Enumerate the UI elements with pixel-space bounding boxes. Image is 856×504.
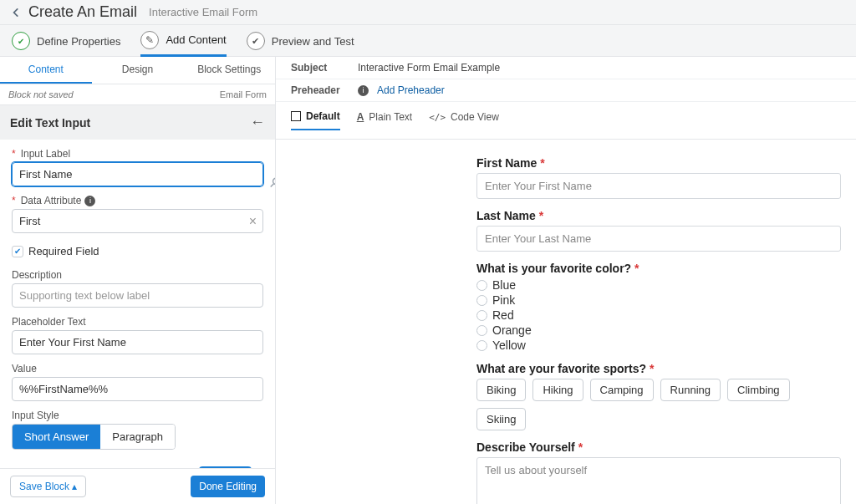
radio-item[interactable]: Orange: [476, 323, 841, 337]
info-icon: i: [358, 85, 369, 96]
layout-icon: [291, 111, 301, 121]
pill-option[interactable]: Running: [660, 379, 721, 401]
add-preheader-link[interactable]: Add Preheader: [377, 84, 445, 96]
radio-icon: [476, 325, 487, 336]
done-editing-button[interactable]: Done Editing: [191, 476, 265, 497]
page-subtitle: Interactive Email Form: [149, 6, 257, 18]
preview-last-name: Last Name * Enter Your Last Name: [476, 209, 841, 252]
radio-icon: [476, 280, 487, 291]
preview-describe-textarea[interactable]: Tell us about yourself: [476, 457, 841, 504]
pill-row: Biking Hiking Camping Running Climbing S…: [476, 379, 841, 430]
wizard-steps: Define Properties Add Content Preview an…: [0, 25, 856, 57]
preview-favorite-color: What is your favorite color? * Blue Pink…: [476, 262, 841, 352]
wizard-step-label: Preview and Test: [272, 35, 354, 48]
pill-option[interactable]: Camping: [590, 379, 654, 401]
check-circle-outline-icon: [247, 32, 265, 50]
pill-option[interactable]: Skiing: [476, 408, 526, 430]
seg-short-answer[interactable]: Short Answer: [13, 425, 100, 449]
data-attribute-input[interactable]: First: [12, 209, 263, 233]
block-type-label: Email Form: [220, 89, 267, 99]
panel-body: *Input Label First Name ⚲ *Data Attribut…: [0, 140, 275, 468]
checkbox-icon[interactable]: ✔: [12, 246, 23, 257]
subject-value[interactable]: Interactive Form Email Example: [358, 62, 500, 74]
preview-describe-yourself: Describe Yourself * Tell us about yourse…: [476, 440, 841, 504]
left-footer: Save Block ▴ Done Editing: [0, 468, 275, 504]
preheader-row: Preheader i Add Preheader: [276, 79, 856, 102]
input-label-input[interactable]: First Name: [12, 162, 263, 186]
description-input[interactable]: Supporting text below label: [12, 283, 263, 308]
view-tabs: Default A Plain Text </> Code View: [276, 102, 856, 140]
field-input-style: Input Style Short Answer Paragraph: [12, 410, 263, 450]
clear-icon[interactable]: ×: [249, 214, 257, 229]
preview-label: Describe Yourself *: [476, 440, 841, 454]
field-label: *Data Attributei: [12, 195, 263, 206]
subject-label: Subject: [291, 62, 358, 74]
required-field-label: Required Field: [28, 245, 99, 257]
radio-item[interactable]: Pink: [476, 293, 841, 307]
panel-title: Edit Text Input: [10, 116, 90, 130]
preview-last-name-input[interactable]: Enter Your Last Name: [476, 226, 841, 252]
pill-option[interactable]: Biking: [476, 379, 526, 401]
wizard-step-preview[interactable]: Preview and Test: [247, 32, 354, 55]
email-preview: First Name * Enter Your First Name Last …: [276, 140, 856, 504]
radio-item[interactable]: Blue: [476, 278, 841, 292]
wizard-step-content[interactable]: Add Content: [140, 31, 226, 57]
field-label: Placeholder Text: [12, 316, 263, 328]
wizard-step-label: Add Content: [166, 33, 226, 46]
wizard-step-label: Define Properties: [37, 35, 120, 48]
preview-favorite-sports: What are your favorite sports? * Biking …: [476, 362, 841, 430]
radio-icon: [476, 310, 487, 321]
field-label: Input Style: [12, 410, 263, 421]
pill-option[interactable]: Hiking: [532, 379, 583, 401]
right-panel: Subject Interactive Form Email Example P…: [276, 57, 856, 504]
seg-paragraph[interactable]: Paragraph: [100, 425, 175, 449]
preview-label: Last Name *: [476, 209, 841, 222]
placeholder-text-input[interactable]: Enter Your First Name: [12, 330, 263, 354]
preview-label: What are your favorite sports? *: [476, 362, 841, 375]
page-header: Create An Email Interactive Email Form: [0, 0, 856, 25]
info-icon: i: [84, 196, 95, 206]
field-description: Description Supporting text below label: [12, 269, 263, 308]
tab-default[interactable]: Default: [291, 110, 340, 130]
tab-code-view[interactable]: </> Code View: [429, 110, 499, 130]
panel-header: Edit Text Input ←: [0, 105, 275, 140]
preview-label: First Name *: [476, 156, 841, 170]
field-value: Value %%FirstName%%: [12, 363, 263, 401]
radio-icon: [476, 340, 487, 351]
block-status-bar: Block not saved Email Form: [0, 84, 275, 105]
page-title: Create An Email: [28, 3, 137, 21]
field-input-label: *Input Label First Name: [12, 148, 263, 186]
radio-item[interactable]: Red: [476, 308, 841, 322]
radio-list: Blue Pink Red Orange Yellow: [476, 278, 841, 352]
code-icon: </>: [429, 112, 446, 123]
left-tabs: Content Design Block Settings: [0, 57, 275, 84]
radio-item[interactable]: Yellow: [476, 339, 841, 352]
subject-row: Subject Interactive Form Email Example: [276, 57, 856, 79]
left-panel: Content Design Block Settings Block not …: [0, 57, 276, 504]
save-block-button[interactable]: Save Block ▴: [10, 476, 86, 497]
field-placeholder-text: Placeholder Text Enter Your First Name: [12, 316, 263, 354]
field-label: Description: [12, 269, 263, 281]
value-input[interactable]: %%FirstName%%: [12, 377, 263, 401]
field-data-attribute: *Data Attributei First ×: [12, 195, 263, 233]
preheader-label: Preheader: [291, 84, 358, 96]
required-field-row[interactable]: ✔ Required Field: [12, 242, 263, 261]
preview-label: What is your favorite color? *: [476, 262, 841, 275]
wizard-step-define[interactable]: Define Properties: [12, 32, 120, 55]
radio-icon: [476, 295, 487, 306]
input-style-segmented: Short Answer Paragraph: [12, 424, 176, 450]
preview-first-name-input[interactable]: Enter Your First Name: [476, 173, 841, 199]
field-label: Value: [12, 363, 263, 374]
block-status-text: Block not saved: [8, 89, 74, 99]
pill-option[interactable]: Climbing: [727, 379, 790, 401]
tab-block-settings[interactable]: Block Settings: [183, 57, 275, 84]
tab-content[interactable]: Content: [0, 57, 92, 84]
preview-first-name: First Name * Enter Your First Name: [476, 156, 841, 199]
panel-back-arrow-icon[interactable]: ←: [250, 114, 265, 131]
check-circle-icon: [12, 32, 30, 50]
field-label: *Input Label: [12, 148, 263, 160]
tab-design[interactable]: Design: [92, 57, 184, 84]
tab-plain-text[interactable]: A Plain Text: [357, 110, 412, 130]
text-icon: A: [357, 111, 364, 123]
back-chevron-icon[interactable]: [8, 5, 23, 20]
